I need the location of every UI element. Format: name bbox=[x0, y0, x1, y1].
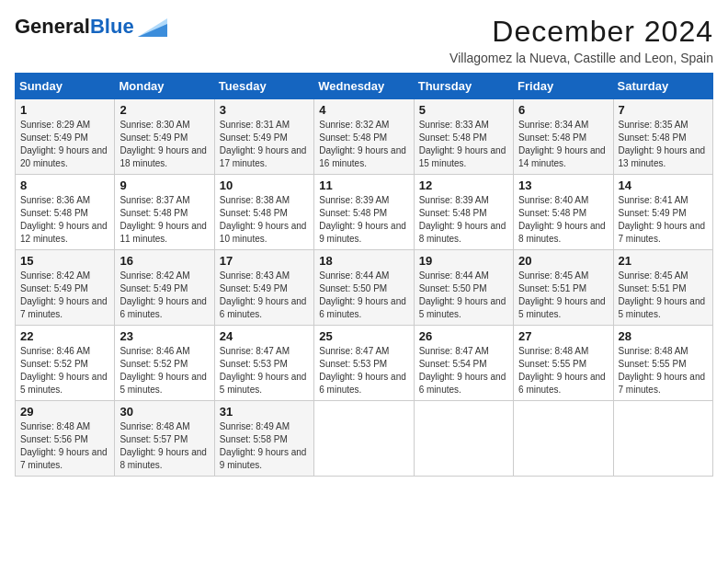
calendar-cell: 16Sunrise: 8:42 AMSunset: 5:49 PMDayligh… bbox=[115, 250, 214, 326]
header: GeneralBlue December 2024 Villagomez la … bbox=[15, 15, 713, 65]
calendar-week-4: 22Sunrise: 8:46 AMSunset: 5:52 PMDayligh… bbox=[16, 326, 713, 401]
calendar-cell: 29Sunrise: 8:48 AMSunset: 5:56 PMDayligh… bbox=[16, 401, 115, 477]
day-info: Sunrise: 8:35 AMSunset: 5:48 PMDaylight:… bbox=[619, 120, 706, 168]
month-title: December 2024 bbox=[449, 15, 713, 49]
logo: GeneralBlue bbox=[15, 15, 167, 39]
calendar-cell: 13Sunrise: 8:40 AMSunset: 5:48 PMDayligh… bbox=[514, 175, 613, 250]
header-day-monday: Monday bbox=[115, 74, 214, 99]
day-info: Sunrise: 8:42 AMSunset: 5:49 PMDaylight:… bbox=[20, 270, 108, 319]
calendar-cell: 4Sunrise: 8:32 AMSunset: 5:48 PMDaylight… bbox=[314, 99, 414, 175]
day-info: Sunrise: 8:37 AMSunset: 5:48 PMDaylight:… bbox=[119, 195, 207, 244]
day-info: Sunrise: 8:47 AMSunset: 5:54 PMDaylight:… bbox=[419, 346, 506, 395]
day-info: Sunrise: 8:36 AMSunset: 5:48 PMDaylight:… bbox=[20, 195, 108, 244]
day-info: Sunrise: 8:30 AMSunset: 5:49 PMDaylight:… bbox=[119, 120, 207, 168]
calendar-cell: 25Sunrise: 8:47 AMSunset: 5:53 PMDayligh… bbox=[314, 326, 414, 401]
calendar-cell: 28Sunrise: 8:48 AMSunset: 5:55 PMDayligh… bbox=[613, 326, 712, 401]
calendar-header-row: SundayMondayTuesdayWednesdayThursdayFrid… bbox=[16, 74, 713, 99]
day-number: 9 bbox=[119, 178, 209, 192]
calendar-cell: 15Sunrise: 8:42 AMSunset: 5:49 PMDayligh… bbox=[16, 250, 115, 326]
svg-marker-1 bbox=[138, 18, 167, 37]
day-number: 21 bbox=[619, 254, 708, 268]
day-info: Sunrise: 8:46 AMSunset: 5:52 PMDaylight:… bbox=[119, 346, 207, 395]
day-info: Sunrise: 8:38 AMSunset: 5:48 PMDaylight:… bbox=[220, 195, 307, 244]
day-number: 10 bbox=[220, 178, 309, 192]
day-info: Sunrise: 8:29 AMSunset: 5:49 PMDaylight:… bbox=[20, 120, 108, 168]
day-info: Sunrise: 8:41 AMSunset: 5:49 PMDaylight:… bbox=[619, 195, 706, 244]
calendar-week-2: 8Sunrise: 8:36 AMSunset: 5:48 PMDaylight… bbox=[16, 175, 713, 250]
calendar-cell: 8Sunrise: 8:36 AMSunset: 5:48 PMDaylight… bbox=[16, 175, 115, 250]
day-number: 17 bbox=[220, 254, 309, 268]
day-number: 27 bbox=[518, 329, 608, 343]
calendar-cell: 1Sunrise: 8:29 AMSunset: 5:49 PMDaylight… bbox=[16, 99, 115, 175]
calendar-cell: 21Sunrise: 8:45 AMSunset: 5:51 PMDayligh… bbox=[613, 250, 712, 326]
day-number: 15 bbox=[20, 254, 109, 268]
calendar-week-3: 15Sunrise: 8:42 AMSunset: 5:49 PMDayligh… bbox=[16, 250, 713, 326]
day-info: Sunrise: 8:42 AMSunset: 5:49 PMDaylight:… bbox=[119, 270, 207, 319]
calendar-cell: 11Sunrise: 8:39 AMSunset: 5:48 PMDayligh… bbox=[314, 175, 414, 250]
day-number: 1 bbox=[20, 103, 109, 117]
day-number: 3 bbox=[220, 103, 309, 117]
header-day-friday: Friday bbox=[514, 74, 613, 99]
day-info: Sunrise: 8:31 AMSunset: 5:49 PMDaylight:… bbox=[220, 120, 307, 168]
day-number: 12 bbox=[419, 178, 508, 192]
day-number: 30 bbox=[119, 405, 209, 419]
calendar-cell: 12Sunrise: 8:39 AMSunset: 5:48 PMDayligh… bbox=[414, 175, 513, 250]
title-block: December 2024 Villagomez la Nueva, Casti… bbox=[449, 15, 713, 65]
logo-text: GeneralBlue bbox=[15, 15, 134, 39]
day-number: 2 bbox=[119, 103, 209, 117]
day-number: 18 bbox=[319, 254, 408, 268]
calendar-cell bbox=[414, 401, 513, 477]
subtitle: Villagomez la Nueva, Castille and Leon, … bbox=[449, 51, 713, 65]
day-info: Sunrise: 8:33 AMSunset: 5:48 PMDaylight:… bbox=[419, 120, 506, 168]
day-number: 14 bbox=[619, 178, 708, 192]
calendar-cell: 24Sunrise: 8:47 AMSunset: 5:53 PMDayligh… bbox=[214, 326, 313, 401]
calendar-body: 1Sunrise: 8:29 AMSunset: 5:49 PMDaylight… bbox=[16, 99, 713, 477]
calendar-cell: 2Sunrise: 8:30 AMSunset: 5:49 PMDaylight… bbox=[115, 99, 214, 175]
header-day-tuesday: Tuesday bbox=[214, 74, 313, 99]
day-number: 31 bbox=[220, 405, 309, 419]
calendar-table: SundayMondayTuesdayWednesdayThursdayFrid… bbox=[15, 73, 713, 477]
calendar-cell: 19Sunrise: 8:44 AMSunset: 5:50 PMDayligh… bbox=[414, 250, 513, 326]
calendar-cell bbox=[613, 401, 712, 477]
day-number: 25 bbox=[319, 329, 408, 343]
day-info: Sunrise: 8:47 AMSunset: 5:53 PMDaylight:… bbox=[220, 346, 307, 395]
day-number: 6 bbox=[518, 103, 608, 117]
day-info: Sunrise: 8:39 AMSunset: 5:48 PMDaylight:… bbox=[419, 195, 506, 244]
day-number: 24 bbox=[220, 329, 309, 343]
day-info: Sunrise: 8:48 AMSunset: 5:55 PMDaylight:… bbox=[619, 346, 706, 395]
logo-icon bbox=[138, 17, 167, 37]
day-number: 23 bbox=[119, 329, 209, 343]
calendar-cell: 14Sunrise: 8:41 AMSunset: 5:49 PMDayligh… bbox=[613, 175, 712, 250]
day-info: Sunrise: 8:44 AMSunset: 5:50 PMDaylight:… bbox=[419, 270, 506, 319]
day-info: Sunrise: 8:39 AMSunset: 5:48 PMDaylight:… bbox=[319, 195, 406, 244]
header-day-sunday: Sunday bbox=[16, 74, 115, 99]
day-number: 16 bbox=[119, 254, 209, 268]
day-info: Sunrise: 8:48 AMSunset: 5:55 PMDaylight:… bbox=[518, 346, 606, 395]
day-number: 20 bbox=[518, 254, 608, 268]
day-info: Sunrise: 8:45 AMSunset: 5:51 PMDaylight:… bbox=[619, 270, 706, 319]
calendar-cell: 31Sunrise: 8:49 AMSunset: 5:58 PMDayligh… bbox=[214, 401, 313, 477]
day-number: 19 bbox=[419, 254, 508, 268]
calendar-cell: 20Sunrise: 8:45 AMSunset: 5:51 PMDayligh… bbox=[514, 250, 613, 326]
header-day-wednesday: Wednesday bbox=[314, 74, 414, 99]
calendar-cell: 22Sunrise: 8:46 AMSunset: 5:52 PMDayligh… bbox=[16, 326, 115, 401]
calendar-cell: 23Sunrise: 8:46 AMSunset: 5:52 PMDayligh… bbox=[115, 326, 214, 401]
calendar-cell: 17Sunrise: 8:43 AMSunset: 5:49 PMDayligh… bbox=[214, 250, 313, 326]
day-number: 13 bbox=[518, 178, 608, 192]
header-day-thursday: Thursday bbox=[414, 74, 513, 99]
day-number: 29 bbox=[20, 405, 109, 419]
calendar-cell: 5Sunrise: 8:33 AMSunset: 5:48 PMDaylight… bbox=[414, 99, 513, 175]
calendar-cell: 3Sunrise: 8:31 AMSunset: 5:49 PMDaylight… bbox=[214, 99, 313, 175]
day-info: Sunrise: 8:47 AMSunset: 5:53 PMDaylight:… bbox=[319, 346, 406, 395]
calendar-cell: 7Sunrise: 8:35 AMSunset: 5:48 PMDaylight… bbox=[613, 99, 712, 175]
day-info: Sunrise: 8:32 AMSunset: 5:48 PMDaylight:… bbox=[319, 120, 406, 168]
calendar-week-5: 29Sunrise: 8:48 AMSunset: 5:56 PMDayligh… bbox=[16, 401, 713, 477]
calendar-cell: 6Sunrise: 8:34 AMSunset: 5:48 PMDaylight… bbox=[514, 99, 613, 175]
calendar-cell: 27Sunrise: 8:48 AMSunset: 5:55 PMDayligh… bbox=[514, 326, 613, 401]
day-number: 8 bbox=[20, 178, 109, 192]
day-number: 26 bbox=[419, 329, 508, 343]
day-info: Sunrise: 8:44 AMSunset: 5:50 PMDaylight:… bbox=[319, 270, 406, 319]
calendar-week-1: 1Sunrise: 8:29 AMSunset: 5:49 PMDaylight… bbox=[16, 99, 713, 175]
calendar-cell: 18Sunrise: 8:44 AMSunset: 5:50 PMDayligh… bbox=[314, 250, 414, 326]
day-info: Sunrise: 8:48 AMSunset: 5:57 PMDaylight:… bbox=[119, 421, 207, 470]
